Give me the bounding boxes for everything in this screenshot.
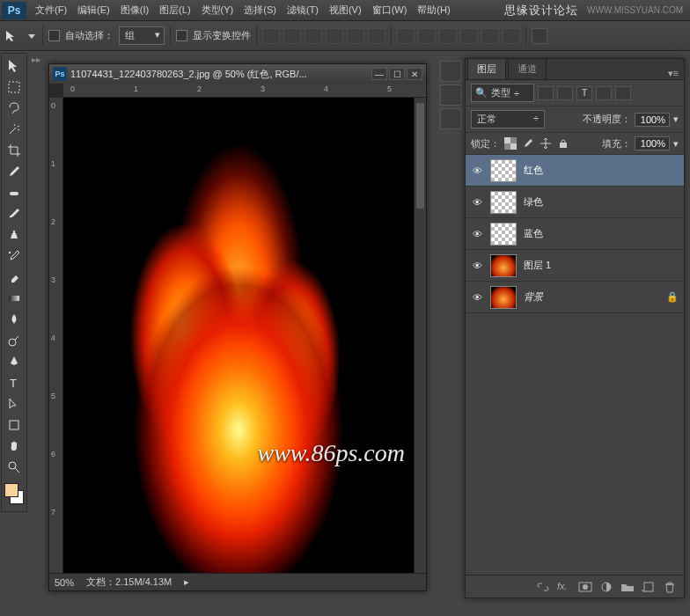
layer-row[interactable]: 👁 红色 (466, 155, 684, 187)
crop-tool[interactable] (3, 140, 26, 161)
dist-left[interactable] (460, 28, 478, 44)
menu-image[interactable]: 图像(I) (115, 4, 154, 17)
document-titlebar[interactable]: Ps 11074431_122403780263_2.jpg @ 50% (红色… (49, 64, 426, 84)
collapse-chevron-left[interactable]: ▸▸ (32, 55, 40, 64)
marquee-tool[interactable] (3, 77, 26, 98)
clone-stamp-tool[interactable] (3, 224, 26, 246)
visibility-toggle[interactable]: 👁 (471, 197, 483, 208)
align-top[interactable] (262, 28, 280, 44)
collapsed-panel-icon[interactable] (440, 84, 461, 106)
layer-row[interactable]: 👁 蓝色 (466, 218, 684, 250)
filter-kind-dropdown[interactable]: 🔍 类型 ÷ (471, 84, 534, 102)
ruler-horizontal[interactable]: 0 1 2 3 4 5 (63, 84, 426, 98)
auto-select-checkbox[interactable] (48, 30, 60, 41)
zoom-tool[interactable] (3, 457, 26, 478)
maximize-button[interactable]: ☐ (389, 68, 405, 80)
visibility-toggle[interactable]: 👁 (471, 229, 483, 239)
filter-smart-icon[interactable] (615, 86, 631, 100)
dist-right[interactable] (503, 28, 520, 44)
new-group-icon[interactable] (620, 581, 635, 593)
menu-help[interactable]: 帮助(H) (412, 4, 455, 17)
layer-name[interactable]: 图层 1 (524, 259, 551, 272)
align-vmiddle[interactable] (283, 28, 301, 44)
dist-hcenter[interactable] (481, 28, 499, 44)
dist-top[interactable] (397, 28, 415, 44)
shape-tool[interactable] (3, 414, 26, 436)
pen-tool[interactable] (3, 351, 26, 372)
zoom-level[interactable]: 50% (55, 577, 74, 588)
opacity-field[interactable]: 100% (635, 113, 670, 127)
collapsed-panel-icon[interactable] (440, 61, 461, 82)
align-left[interactable] (326, 28, 343, 44)
menu-layer[interactable]: 图层(L) (154, 4, 195, 17)
filter-adjustment-icon[interactable] (557, 86, 573, 100)
lasso-tool[interactable] (3, 98, 26, 119)
layer-name[interactable]: 背景 (524, 290, 543, 304)
collapsed-panel-icon[interactable] (440, 108, 461, 129)
foreground-color[interactable] (4, 483, 18, 497)
filter-pixel-icon[interactable] (538, 86, 554, 100)
minimize-button[interactable]: — (371, 68, 387, 80)
layer-mask-icon[interactable] (578, 581, 592, 593)
layer-thumbnail[interactable] (490, 286, 517, 309)
color-swatches[interactable] (3, 481, 26, 506)
menu-edit[interactable]: 编辑(E) (72, 4, 115, 17)
menu-file[interactable]: 文件(F) (30, 4, 72, 17)
scrollbar-vertical[interactable] (414, 98, 426, 573)
eraser-tool[interactable] (3, 267, 26, 288)
delete-layer-icon[interactable] (663, 581, 677, 593)
menu-filter[interactable]: 滤镜(T) (282, 4, 324, 17)
align-hcenter[interactable] (347, 28, 364, 44)
layer-row[interactable]: 👁 图层 1 (466, 250, 684, 282)
menu-type[interactable]: 类型(Y) (196, 4, 239, 17)
lock-pixels-icon[interactable] (521, 137, 535, 150)
layer-thumbnail[interactable] (490, 191, 517, 214)
ruler-vertical[interactable]: 0 1 2 3 4 5 6 7 (49, 98, 63, 573)
layer-name[interactable]: 红色 (524, 164, 543, 177)
lock-all-icon[interactable] (556, 137, 570, 150)
filter-shape-icon[interactable] (596, 86, 612, 100)
layer-row[interactable]: 👁 背景 🔒 (466, 282, 684, 313)
layer-name[interactable]: 绿色 (524, 195, 543, 209)
lock-position-icon[interactable] (539, 137, 553, 150)
auto-select-dropdown[interactable]: 组 ▾ (119, 26, 165, 45)
layer-thumbnail[interactable] (490, 254, 517, 277)
menu-view[interactable]: 视图(V) (324, 4, 367, 17)
brush-tool[interactable] (3, 203, 26, 224)
gradient-tool[interactable] (3, 288, 26, 309)
path-selection-tool[interactable] (3, 393, 26, 414)
mode-3d-button[interactable] (532, 28, 547, 44)
layer-thumbnail[interactable] (490, 223, 517, 246)
layer-name[interactable]: 蓝色 (524, 227, 543, 240)
visibility-toggle[interactable]: 👁 (471, 260, 483, 271)
fill-field[interactable]: 100% (635, 136, 670, 150)
layer-thumbnail[interactable] (490, 159, 517, 182)
menu-select[interactable]: 选择(S) (239, 4, 282, 17)
panel-flyout-menu[interactable]: ▾≡ (663, 68, 684, 79)
eyedropper-tool[interactable] (3, 161, 26, 182)
healing-brush-tool[interactable] (3, 182, 26, 203)
adjustment-layer-icon[interactable] (599, 581, 613, 593)
layer-fx-icon[interactable]: fx. (557, 581, 571, 593)
lock-transparency-icon[interactable] (503, 137, 518, 150)
hand-tool[interactable] (3, 436, 26, 457)
align-right[interactable] (368, 28, 385, 44)
align-bottom[interactable] (305, 28, 322, 44)
fill-flyout-icon[interactable]: ▾ (673, 138, 679, 150)
tool-preset-dropdown[interactable] (26, 32, 37, 40)
filter-type-icon[interactable]: T (576, 86, 592, 100)
visibility-toggle[interactable]: 👁 (471, 292, 483, 303)
dist-bottom[interactable] (439, 28, 457, 44)
visibility-toggle[interactable]: 👁 (471, 165, 483, 176)
opacity-flyout-icon[interactable]: ▾ (673, 114, 679, 125)
layer-row[interactable]: 👁 绿色 (466, 187, 684, 218)
tab-layers[interactable]: 图层 (467, 58, 506, 79)
show-transform-checkbox[interactable] (176, 30, 187, 41)
blend-mode-dropdown[interactable]: 正常 ÷ (471, 110, 545, 128)
move-tool[interactable] (3, 55, 26, 77)
status-flyout-icon[interactable]: ▸ (184, 576, 189, 588)
menu-window[interactable]: 窗口(W) (367, 4, 413, 17)
dodge-tool[interactable] (3, 330, 26, 351)
type-tool[interactable]: T (3, 372, 26, 393)
magic-wand-tool[interactable] (3, 119, 26, 140)
